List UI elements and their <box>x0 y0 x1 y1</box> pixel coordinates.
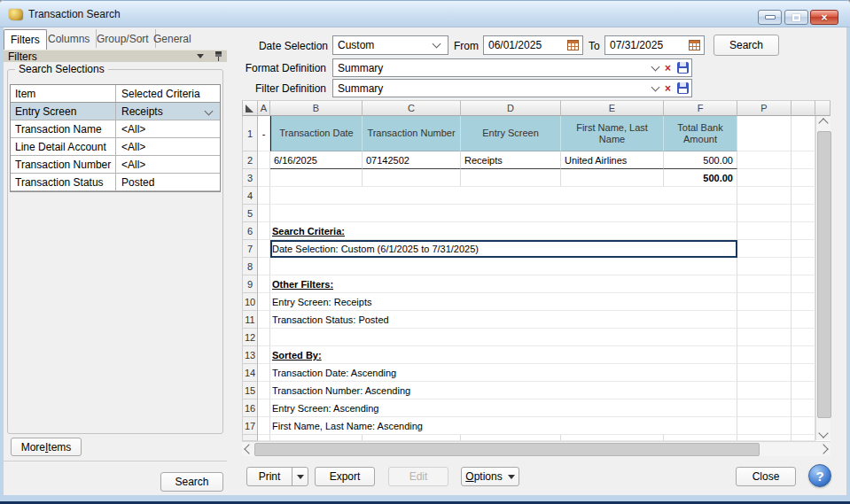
pin-icon[interactable] <box>214 51 222 62</box>
help-icon[interactable]: ? <box>808 464 831 487</box>
grid-cell[interactable] <box>737 258 792 275</box>
scroll-left-icon[interactable] <box>244 444 253 454</box>
chevron-down-icon[interactable] <box>651 62 660 71</box>
row-number[interactable]: 7 <box>242 240 258 258</box>
grid-cell[interactable]: Transaction Date <box>270 116 363 151</box>
more-items-button[interactable]: More Items <box>11 438 82 456</box>
search-button[interactable]: Search <box>714 35 779 56</box>
grid-cell[interactable] <box>737 275 792 293</box>
grid-cell[interactable] <box>258 169 270 187</box>
filter-row[interactable]: Entry ScreenReceipts <box>11 103 220 120</box>
column-header-blank[interactable] <box>792 100 815 116</box>
restore-button[interactable] <box>784 10 808 25</box>
grid-cell[interactable]: First Name, Last Name <box>561 116 664 151</box>
row-number[interactable]: 11 <box>242 311 258 329</box>
vertical-scrollbar-thumb[interactable] <box>817 131 831 418</box>
grid-cell[interactable] <box>737 222 792 240</box>
grid-cell[interactable]: 07142502 <box>363 151 461 169</box>
row-number[interactable]: 2 <box>242 151 258 169</box>
tab-general[interactable]: General <box>147 29 198 48</box>
outline-collapse-button[interactable]: - <box>258 116 270 151</box>
filter-criteria-cell[interactable]: <All> <box>116 120 220 137</box>
grid-cell[interactable] <box>270 205 737 222</box>
filter-row[interactable]: Transaction Name<All> <box>11 120 220 138</box>
grid-cell[interactable] <box>737 311 792 329</box>
filters-search-button[interactable]: Search <box>160 472 223 492</box>
grid-cell[interactable]: 500.00 <box>664 151 737 169</box>
grid-cell[interactable] <box>258 151 270 169</box>
column-header-F[interactable]: F <box>664 100 737 116</box>
tab-group-sort[interactable]: Group/Sort <box>90 29 156 48</box>
grid-cell[interactable]: Transaction Number: Ascending <box>270 382 737 399</box>
grid-cell[interactable] <box>737 240 792 258</box>
grid-cell[interactable]: Entry Screen: Receipts <box>270 293 737 311</box>
grid-cell[interactable] <box>461 169 561 187</box>
grid-cell[interactable] <box>737 151 792 169</box>
grid-cell[interactable]: Date Selection: Custom (6/1/2025 to 7/31… <box>270 240 737 258</box>
vertical-scrollbar[interactable] <box>815 116 831 440</box>
grid-cell[interactable] <box>270 187 737 205</box>
column-header-A[interactable]: A <box>258 100 270 116</box>
grid-cell[interactable] <box>737 169 792 187</box>
grid-cell[interactable]: 6/16/2025 <box>270 151 363 169</box>
grid-cell[interactable] <box>737 205 792 222</box>
row-number[interactable]: 12 <box>242 329 258 346</box>
delete-definition-icon[interactable]: × <box>665 63 671 74</box>
calendar-icon[interactable] <box>567 40 579 50</box>
options-button[interactable]: Options <box>461 467 519 486</box>
scroll-right-icon[interactable] <box>818 444 828 454</box>
row-number[interactable]: 14 <box>242 364 258 382</box>
grid-cell[interactable] <box>737 382 792 399</box>
grid-cell[interactable] <box>561 169 664 187</box>
save-icon[interactable] <box>677 62 689 74</box>
grid-cell[interactable] <box>737 116 792 151</box>
filter-criteria-cell[interactable]: Receipts <box>116 103 220 120</box>
filter-row[interactable]: Transaction StatusPosted <box>11 174 220 191</box>
tab-columns[interactable]: Columns <box>42 29 97 48</box>
grid-cell[interactable]: Entry Screen: Ascending <box>270 399 737 417</box>
grid-cell[interactable] <box>270 169 363 187</box>
grid-cell[interactable] <box>737 187 792 205</box>
grid-cell[interactable]: Total Bank Amount <box>664 116 737 151</box>
column-header-C[interactable]: C <box>363 100 461 116</box>
grid-cell[interactable]: Other Filters: <box>270 275 737 293</box>
row-number[interactable]: 5 <box>242 205 258 222</box>
grid-cell[interactable] <box>363 169 461 187</box>
row-number[interactable]: 16 <box>242 399 258 417</box>
row-number[interactable]: 15 <box>242 382 258 399</box>
row-number[interactable]: 1 <box>242 116 258 151</box>
column-header-E[interactable]: E <box>561 100 664 116</box>
collapse-panel-icon[interactable] <box>197 54 204 58</box>
grid-cell[interactable]: Transaction Status: Posted <box>270 311 737 329</box>
print-dropdown-button[interactable] <box>292 467 308 486</box>
row-number[interactable]: 6 <box>242 222 258 240</box>
filter-criteria-cell[interactable]: <All> <box>116 156 220 173</box>
close-button[interactable]: Close <box>736 467 796 486</box>
column-header-D[interactable]: D <box>461 100 561 116</box>
export-button[interactable]: Export <box>315 467 375 486</box>
close-window-button[interactable]: × <box>810 10 838 25</box>
row-number[interactable]: 8 <box>242 258 258 275</box>
column-header-B[interactable]: B <box>270 100 363 116</box>
select-all-corner[interactable] <box>242 100 258 116</box>
grid-cell[interactable] <box>737 346 792 364</box>
horizontal-scrollbar-thumb[interactable] <box>254 443 760 456</box>
row-number[interactable]: 13 <box>242 346 258 364</box>
save-icon[interactable] <box>677 82 689 94</box>
grid-cell[interactable]: Transaction Date: Ascending <box>270 364 737 382</box>
grid-cell[interactable] <box>270 258 737 275</box>
grid-cell[interactable]: Transaction Number <box>363 116 461 151</box>
delete-definition-icon[interactable]: × <box>665 83 671 94</box>
format-definition-select[interactable]: Summary × <box>332 58 692 77</box>
row-number[interactable]: 9 <box>242 275 258 293</box>
row-number[interactable]: 17 <box>242 417 258 435</box>
date-selection-select[interactable]: Custom <box>332 35 448 55</box>
grid-cell[interactable] <box>737 399 792 417</box>
chevron-down-icon[interactable] <box>651 82 660 91</box>
calendar-icon[interactable] <box>689 40 700 50</box>
grid-cell[interactable]: Receipts <box>461 151 561 169</box>
horizontal-scrollbar[interactable] <box>242 441 831 456</box>
print-button[interactable]: Print <box>246 467 292 486</box>
tab-filters[interactable]: Filters <box>4 29 47 50</box>
minimize-button[interactable] <box>758 10 782 25</box>
